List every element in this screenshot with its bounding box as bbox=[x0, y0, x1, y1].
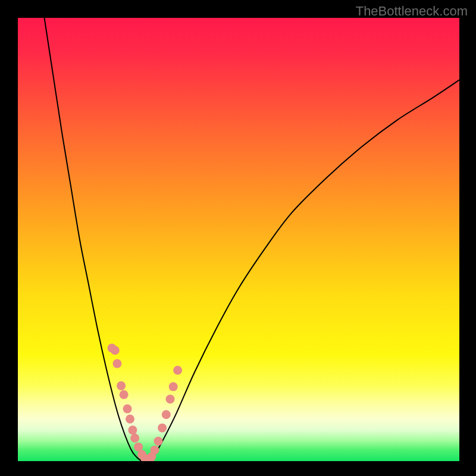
data-point bbox=[173, 366, 182, 375]
data-point bbox=[158, 424, 167, 433]
watermark-text: TheBottleneck.com bbox=[356, 4, 468, 19]
data-point bbox=[117, 381, 126, 390]
chart-background bbox=[18, 18, 459, 461]
data-point bbox=[162, 410, 171, 419]
data-point bbox=[165, 394, 174, 403]
data-point bbox=[154, 437, 162, 446]
data-point bbox=[123, 405, 132, 414]
data-point bbox=[120, 390, 129, 399]
data-point bbox=[128, 425, 137, 434]
chart-svg bbox=[18, 18, 459, 461]
data-point bbox=[151, 446, 159, 455]
data-point bbox=[112, 359, 121, 368]
chart-plot-area bbox=[18, 18, 459, 461]
data-point bbox=[111, 346, 120, 355]
data-point bbox=[126, 415, 134, 424]
data-point bbox=[169, 382, 178, 391]
data-point bbox=[130, 434, 139, 443]
